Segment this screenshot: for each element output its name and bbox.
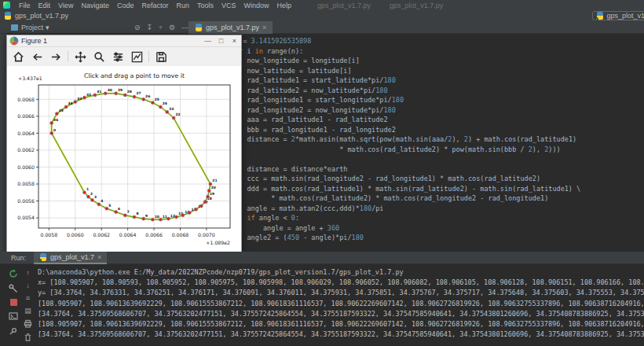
scroll-to-end-icon[interactable]: ▤: [24, 307, 31, 315]
back-icon[interactable]: [30, 50, 44, 64]
python-run-icon: [596, 12, 604, 20]
scroll-from-source-icon[interactable]: ↧: [146, 24, 152, 31]
console-line: [108.905907, 108.90613639692229, 108.906…: [38, 319, 644, 329]
code-line: angle = angle + 360: [231, 223, 580, 234]
svg-text:0.0056: 0.0056: [17, 198, 35, 204]
menu-run[interactable]: Run: [172, 2, 193, 9]
figure-window[interactable]: Figure 1 — □ ×: [6, 35, 242, 252]
menu-file[interactable]: File: [15, 2, 35, 9]
close-icon[interactable]: ×: [228, 37, 241, 45]
svg-text:0.0064: 0.0064: [119, 232, 137, 237]
soft-wrap-icon[interactable]: ≡: [26, 294, 30, 302]
svg-text:0.0064: 0.0064: [17, 131, 35, 136]
menu-navigate[interactable]: Navigate: [77, 2, 113, 9]
maximize-icon[interactable]: □: [214, 37, 228, 45]
run-config-selector[interactable]: gps_plot_v1: [592, 11, 644, 20]
matplotlib-toolbar: [7, 47, 241, 66]
pycharm-logo-icon: [3, 2, 10, 9]
code-line: ddd = math.cos(rad_latitude1) * math.sin…: [231, 184, 580, 194]
svg-text:12: 12: [170, 214, 175, 218]
svg-text:0.0062: 0.0062: [17, 147, 35, 153]
gps-plot[interactable]: 0.00580.00600.00620.00640.00660.00680.00…: [7, 66, 241, 252]
console-icon[interactable]: [9, 311, 18, 321]
code-line: if angle < 0:: [231, 213, 580, 223]
figure-canvas[interactable]: 0.00580.00600.00620.00640.00660.00680.00…: [7, 66, 241, 252]
code-line: rad_latitude2 = now_latitude*pi/180: [231, 86, 580, 96]
svg-text:0.0062: 0.0062: [93, 232, 110, 237]
code-line: aaa = rad_latitude1 - rad_latitude2: [231, 115, 580, 125]
close-icon[interactable]: ×: [262, 24, 266, 31]
code-line: distance = distance*earth: [231, 164, 580, 175]
svg-text:0: 0: [53, 128, 56, 132]
svg-text:30: 30: [108, 88, 112, 92]
project-folder-icon: [11, 24, 18, 31]
run-tab[interactable]: gps_plot_v1.7 ×: [34, 252, 107, 264]
menu-code[interactable]: Code: [113, 2, 138, 9]
pycharm-window: FileEditViewNavigateCodeRefactorRunTools…: [0, 0, 644, 346]
editor-tab-label: gps_plot_v1.7.py: [206, 24, 259, 31]
arrow-up-icon[interactable]: ↑: [26, 269, 30, 277]
svg-text:2: 2: [90, 192, 93, 196]
print-icon[interactable]: [24, 319, 32, 328]
project-panel-header[interactable]: Project ▾ ⊘↧÷⚙—: [0, 24, 188, 31]
svg-text:20: 20: [211, 186, 216, 190]
svg-text:10: 10: [155, 215, 159, 219]
minimize-icon[interactable]: —: [201, 37, 214, 45]
breadcrumb[interactable]: gps_plot_v1.7.py: [15, 12, 68, 20]
navigation-bar: gps_plot_v1.7.py gps_plot_v1: [0, 10, 644, 21]
svg-text:0.0070: 0.0070: [198, 232, 215, 237]
close-icon[interactable]: ×: [97, 253, 101, 261]
run-panel-header: Run: gps_plot_v1.7 ×: [0, 252, 644, 264]
python-run-icon: [39, 253, 47, 261]
svg-text:31: 31: [97, 90, 101, 94]
save-icon[interactable]: [154, 50, 168, 64]
console-line: y= [34.3764, 34.376331, 34.376251, 34.37…: [38, 288, 644, 298]
configure-subplots-icon[interactable]: [111, 50, 125, 64]
pan-icon[interactable]: [73, 50, 87, 64]
wrench-icon[interactable]: [9, 284, 18, 293]
figure-title-bar[interactable]: Figure 1 — □ ×: [7, 35, 241, 47]
chevron-down-icon[interactable]: ▾: [46, 24, 49, 31]
console-line: [34.3764, 34.37569568606707, 34.37563202…: [38, 309, 644, 319]
zoom-icon[interactable]: [92, 50, 106, 64]
gear-icon[interactable]: ⚙: [169, 24, 175, 31]
collapse-all-icon[interactable]: ÷: [159, 24, 163, 31]
code-line: pi = 3.1415926535898: [231, 36, 580, 46]
run-panel: Run: gps_plot_v1.7 × ↑ ↓ ≡ ▤: [0, 252, 644, 346]
editor-tab-active[interactable]: gps_plot_v1.7.py ×: [188, 21, 273, 34]
run-config-name: gps_plot_v1: [606, 12, 644, 20]
forward-icon[interactable]: [49, 50, 63, 64]
svg-text:21: 21: [212, 179, 217, 182]
console-line: [108.905907, 108.90613639692229, 108.906…: [38, 299, 644, 309]
trash-icon[interactable]: [24, 333, 32, 341]
code-line: bbb = rad_longitude1 - rad_longitude2: [231, 125, 580, 135]
menu-view[interactable]: View: [54, 2, 77, 9]
code-text: pi = 3.1415926535898for i in range(n): n…: [231, 36, 580, 243]
arrow-down-icon[interactable]: ↓: [26, 282, 30, 289]
svg-text:0.0060: 0.0060: [17, 164, 35, 170]
code-line: * math.cos(rad_latitude2) * pow(math.sin…: [231, 145, 580, 155]
run-tab-label: gps_plot_v1.7: [50, 253, 94, 261]
console-output[interactable]: D:\anaconda3\python.exe E:/My_data/2022N…: [38, 267, 644, 346]
menu-help[interactable]: Help: [273, 2, 296, 9]
menu-edit[interactable]: Edit: [35, 2, 55, 9]
home-icon[interactable]: [11, 50, 25, 64]
svg-text:32: 32: [86, 93, 91, 97]
code-line: for i in range(n):: [231, 46, 580, 57]
menu-tools[interactable]: Tools: [193, 2, 218, 9]
code-line: [231, 154, 580, 164]
matplotlib-logo-icon: [9, 36, 19, 46]
python-file-icon: [195, 24, 203, 31]
menu-vcs[interactable]: VCS: [218, 2, 240, 9]
menu-window[interactable]: Window: [240, 2, 273, 9]
hide-circle-icon[interactable]: ⊘: [134, 24, 141, 31]
hide-panel-icon[interactable]: —: [181, 24, 188, 31]
pin-icon[interactable]: [9, 326, 18, 336]
rerun-icon[interactable]: [9, 269, 18, 278]
svg-text:+3.437e1: +3.437e1: [18, 75, 42, 81]
code-line: now_latitude = latitude[i]: [231, 66, 580, 76]
customize-plot-icon[interactable]: [130, 50, 144, 64]
stop-icon[interactable]: [10, 299, 17, 306]
menu-refactor[interactable]: Refactor: [137, 2, 172, 9]
project-header-icons: ⊘↧÷⚙—: [134, 24, 188, 31]
